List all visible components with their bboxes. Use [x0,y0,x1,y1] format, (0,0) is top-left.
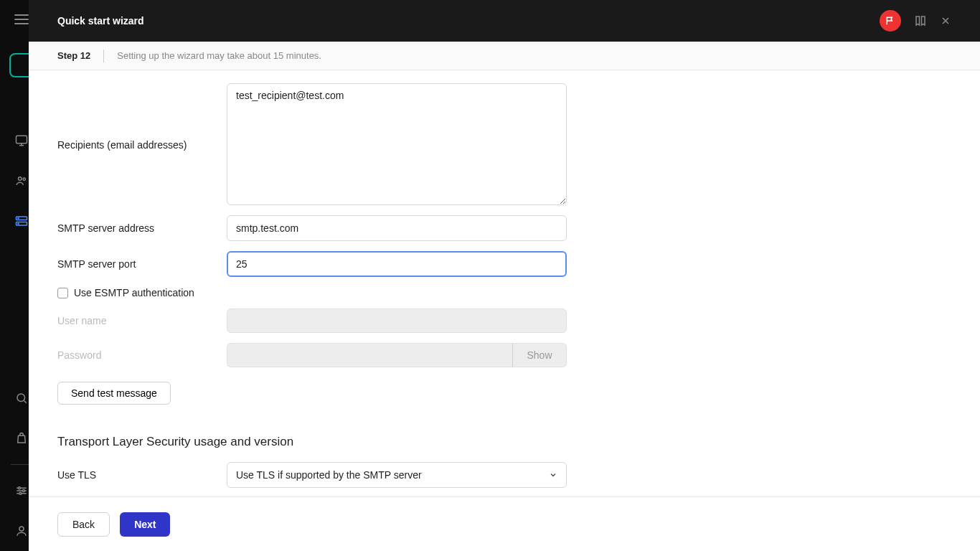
smtp-address-label: SMTP server address [57,222,227,234]
step-bar: Step 12 Setting up the wizard may take a… [29,42,980,70]
next-button[interactable]: Next [120,512,170,537]
svg-point-2 [23,178,25,180]
smtp-port-label: SMTP server port [57,258,227,270]
search-icon[interactable] [14,391,29,405]
server-icon[interactable] [14,214,29,228]
svg-point-9 [23,490,25,492]
username-label: User name [57,315,227,326]
send-test-button[interactable]: Send test message [57,382,171,405]
hamburger-icon[interactable] [14,14,29,24]
tls-section-title: Transport Layer Security usage and versi… [57,435,951,449]
monitor-icon[interactable] [14,133,29,148]
wizard-modal: Quick start wizard Step 12 Setting up th… [29,0,980,551]
username-input [227,309,567,333]
recipients-textarea[interactable] [227,83,567,205]
esmtp-checkbox[interactable] [57,288,68,298]
chevron-down-icon [549,471,557,479]
sliders-icon[interactable] [14,484,29,498]
use-tls-label: Use TLS [57,469,227,481]
wizard-content: Specify one or more email addresses to r… [29,70,980,496]
show-password-button: Show [512,343,567,367]
wizard-footer: Back Next [29,496,980,551]
flag-button[interactable] [880,10,901,32]
svg-rect-0 [17,136,27,143]
modal-title: Quick start wizard [57,15,144,27]
users-icon[interactable] [14,174,29,188]
svg-point-7 [17,394,25,402]
recipients-label: Recipients (email addresses) [57,83,227,151]
bookmark-icon[interactable] [914,14,927,27]
svg-point-8 [19,487,21,489]
close-icon[interactable] [940,15,951,27]
user-icon[interactable] [14,524,29,538]
use-tls-select[interactable]: Use TLS if supported by the SMTP server [227,462,567,488]
modal-header: Quick start wizard [29,0,980,42]
use-tls-value: Use TLS if supported by the SMTP server [236,469,422,481]
svg-point-6 [18,223,19,224]
svg-point-10 [19,492,22,494]
password-input [227,343,512,367]
svg-point-1 [19,177,22,181]
bag-icon[interactable] [14,431,29,446]
smtp-address-input[interactable] [227,215,567,241]
esmtp-label: Use ESMTP authentication [74,287,194,298]
svg-point-11 [19,527,24,531]
password-label: Password [57,349,227,361]
step-description: Setting up the wizard may take about 15 … [117,50,321,61]
step-number: Step 12 [57,50,90,61]
back-button[interactable]: Back [57,512,110,537]
svg-point-5 [18,218,19,219]
smtp-port-input[interactable] [227,251,567,277]
